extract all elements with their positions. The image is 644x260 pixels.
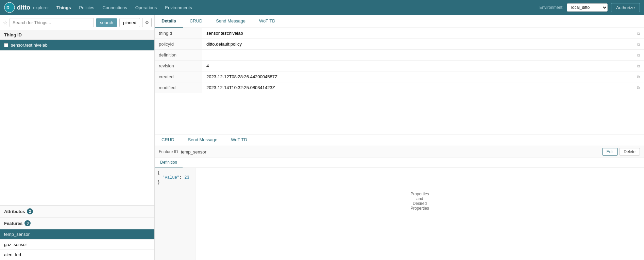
nav-things[interactable]: Things xyxy=(56,4,72,12)
thing-item[interactable]: sensor.test:hivelab xyxy=(0,40,154,51)
definition-tabs: Definition xyxy=(155,158,644,168)
feature-tabs-bar: CRUD Send Message WoT TD xyxy=(155,134,644,146)
thing-checkbox xyxy=(4,43,8,47)
tab-details[interactable]: Details xyxy=(155,15,183,28)
feature-item-alert-led[interactable]: alert_led xyxy=(0,250,154,260)
features-header: Features 3 xyxy=(0,217,154,229)
right-panel: Details CRUD Send Message WoT TD thingId… xyxy=(155,15,644,260)
detail-key: revision xyxy=(155,61,202,71)
nav-connections[interactable]: Connections xyxy=(102,4,128,12)
attributes-section: Attributes 2 xyxy=(0,205,154,217)
table-row: policyId ditto.default:policy ⧉ xyxy=(155,39,644,50)
top-navigation: D ditto explorer Things Policies Connect… xyxy=(0,0,644,15)
table-row: definition ⧉ xyxy=(155,50,644,61)
features-section: Features 3 temp_sensor gaz_sensor alert_… xyxy=(0,217,154,260)
tab-crud[interactable]: CRUD xyxy=(183,15,209,28)
nav-policies[interactable]: Policies xyxy=(79,4,95,12)
detail-value: 2023-12-12T08:28:26.4420004587Z xyxy=(202,71,633,82)
table-row: modified 2023-12-14T10:32:25.080341423Z … xyxy=(155,82,644,93)
attributes-badge: 2 xyxy=(27,208,33,214)
detail-value: 4 xyxy=(202,61,633,71)
main-layout: ☆ search pinned ⚙ Thing ID sensor.test:h… xyxy=(0,15,644,260)
logo-text: ditto xyxy=(17,4,30,11)
table-row: revision 4 ⧉ xyxy=(155,61,644,71)
features-list: temp_sensor gaz_sensor alert_led xyxy=(0,229,154,260)
properties-area: PropertiesandDesiredProperties xyxy=(196,168,644,260)
copy-icon[interactable]: ⧉ xyxy=(637,75,640,79)
detail-key: created xyxy=(155,71,202,82)
thing-id: sensor.test:hivelab xyxy=(11,43,48,48)
copy-icon[interactable]: ⧉ xyxy=(637,42,640,47)
feature-id-value: temp_sensor xyxy=(181,149,206,155)
feature-content: { "value": 23 } PropertiesandDesiredProp… xyxy=(155,168,644,260)
delete-button[interactable]: Delete xyxy=(619,148,640,156)
copy-icon[interactable]: ⧉ xyxy=(637,85,640,90)
table-row: created 2023-12-12T08:28:26.4420004587Z … xyxy=(155,71,644,82)
nav-environments[interactable]: Environments xyxy=(164,4,192,12)
feature-id-label: Feature ID xyxy=(159,149,178,154)
details-tabs-bar: Details CRUD Send Message WoT TD xyxy=(155,15,644,28)
detail-key: policyId xyxy=(155,39,202,50)
properties-label: PropertiesandDesiredProperties xyxy=(410,192,429,211)
detail-value xyxy=(202,50,633,61)
tab-send-message[interactable]: Send Message xyxy=(209,15,252,28)
feature-tab-wot-td[interactable]: WoT TD xyxy=(224,134,254,146)
svg-point-0 xyxy=(4,2,15,13)
feature-id-row: Feature ID temp_sensor Edit Delete xyxy=(155,146,644,158)
details-table: thingId sensor.test:hivelab ⧉ policyId d… xyxy=(155,28,644,93)
env-label: Environment: xyxy=(539,5,563,10)
search-input[interactable] xyxy=(10,18,94,27)
logo-area: D ditto explorer xyxy=(4,2,49,13)
favorites-icon[interactable]: ☆ xyxy=(3,19,7,26)
feature-tab-send-message[interactable]: Send Message xyxy=(181,134,224,146)
logo-sub: explorer xyxy=(33,5,49,10)
environment-select[interactable]: local_ditto xyxy=(567,3,608,12)
detail-key: modified xyxy=(155,82,202,93)
things-list-header: Thing ID xyxy=(0,30,154,40)
tab-wot-td[interactable]: WoT TD xyxy=(252,15,282,28)
details-tab-content: thingId sensor.test:hivelab ⧉ policyId d… xyxy=(155,28,644,132)
feature-item-temp-sensor[interactable]: temp_sensor xyxy=(0,229,154,240)
settings-icon-button[interactable]: ⚙ xyxy=(142,18,152,27)
detail-key: definition xyxy=(155,50,202,61)
attributes-header: Attributes 2 xyxy=(0,206,154,217)
json-editor[interactable]: { "value": 23 } xyxy=(155,168,196,260)
things-list: sensor.test:hivelab xyxy=(0,40,154,205)
nav-right: Environment: local_ditto Authorize xyxy=(539,3,640,12)
left-panel: ☆ search pinned ⚙ Thing ID sensor.test:h… xyxy=(0,15,155,260)
nav-operations[interactable]: Operations xyxy=(135,4,158,12)
features-badge: 3 xyxy=(24,220,31,226)
search-button[interactable]: search xyxy=(96,18,117,27)
bottom-right-section: CRUD Send Message WoT TD Feature ID temp… xyxy=(155,134,644,260)
feature-item-gaz-sensor[interactable]: gaz_sensor xyxy=(0,240,154,250)
nav-items: Things Policies Connections Operations E… xyxy=(56,4,539,12)
table-row: thingId sensor.test:hivelab ⧉ xyxy=(155,28,644,39)
detail-value: 2023-12-14T10:32:25.080341423Z xyxy=(202,82,633,93)
svg-text:D: D xyxy=(6,5,10,10)
feature-action-buttons: Edit Delete xyxy=(602,148,640,156)
detail-key: thingId xyxy=(155,28,202,39)
detail-value: sensor.test:hivelab xyxy=(202,28,633,39)
feature-tab-crud[interactable]: CRUD xyxy=(155,134,181,146)
copy-icon[interactable]: ⧉ xyxy=(637,31,640,36)
search-area: ☆ search pinned ⚙ xyxy=(0,15,154,30)
top-right-section: Details CRUD Send Message WoT TD thingId… xyxy=(155,15,644,134)
copy-icon[interactable]: ⧉ xyxy=(637,64,640,68)
detail-value: ditto.default:policy xyxy=(202,39,633,50)
pinned-button[interactable]: pinned xyxy=(119,18,140,27)
copy-icon[interactable]: ⧉ xyxy=(637,53,640,58)
def-tab-definition[interactable]: Definition xyxy=(155,158,183,167)
ditto-logo-icon: D xyxy=(4,2,15,13)
edit-button[interactable]: Edit xyxy=(602,148,618,156)
authorize-button[interactable]: Authorize xyxy=(611,3,640,12)
